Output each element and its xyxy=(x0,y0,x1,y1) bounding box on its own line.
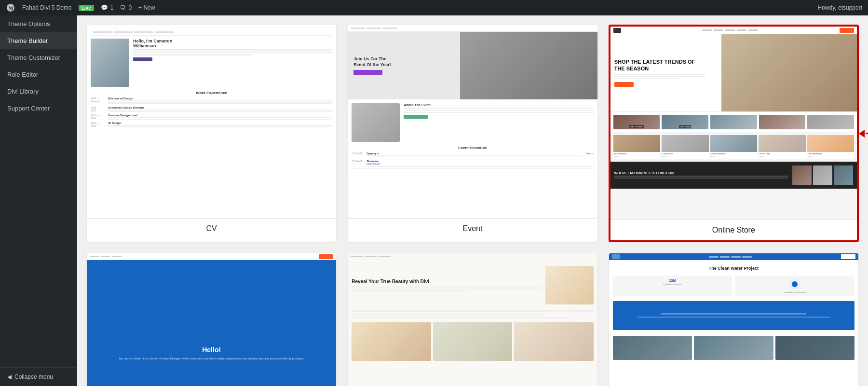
sidebar-item-role-editor[interactable]: Role Editor xyxy=(0,66,77,83)
sidebar-item-divi-library-label: Divi Library xyxy=(7,88,39,95)
event-sched-desc1 xyxy=(366,155,583,156)
store-cat-label-1: STAY CLASSIC xyxy=(629,125,644,128)
beauty-prod-img1 xyxy=(352,322,431,361)
water-nav-link3 xyxy=(731,256,741,258)
cv-nav-link3 xyxy=(155,31,174,33)
store-banner-img3 xyxy=(834,165,853,185)
theme-card-water[interactable]: The Clean Water Project 15M $ Raised For… xyxy=(609,253,858,386)
live-item[interactable]: Live xyxy=(79,5,94,11)
cv-work-date3: 2015 — 2018 xyxy=(91,114,105,120)
event-hero-text: Join Us For TheEvent Of the Year! xyxy=(348,51,473,80)
sidebar-item-theme-customizer-label: Theme Customizer xyxy=(7,54,60,61)
cv-preview-content: Hello, I'm CameronWilliamson Work Experi… xyxy=(87,25,336,218)
portfolio-nav-link3 xyxy=(112,256,122,257)
event-img2 xyxy=(352,103,400,142)
store-product-price-3: $59.00 xyxy=(710,156,757,159)
event-title: Join Us For TheEvent Of the Year! xyxy=(353,56,467,68)
cv-work-row4: 2012 — 2015 UI Design xyxy=(91,122,332,128)
admin-bar: Fahad Divi 5 Demo Live 💬 1 🗨 0 + New How… xyxy=(0,0,868,15)
cv-work-title: Work Experience xyxy=(91,91,332,95)
store-product-1: BLUE SNEAKERS $49.00 xyxy=(613,135,660,159)
cv-desc6 xyxy=(108,117,332,118)
store-cat-4 xyxy=(759,115,806,129)
cv-desc5 xyxy=(108,111,332,112)
store-product-2: CLEAR HEYES $29.00 xyxy=(662,135,708,159)
collapse-menu-button[interactable]: ◀ Collapse menu xyxy=(0,367,77,386)
new-item[interactable]: + New xyxy=(138,4,155,11)
sidebar-item-theme-options[interactable]: Theme Options xyxy=(0,15,77,32)
bubble-count-item[interactable]: 🗨 0 xyxy=(120,4,132,11)
cv-nav-link1 xyxy=(113,31,133,33)
water-stats: 15M $ Raised For the Sea Foundation and … xyxy=(609,274,858,298)
theme-card-event[interactable]: Join Us For TheEvent Of the Year! About … xyxy=(348,25,597,242)
collapse-menu-label: Collapse menu xyxy=(14,373,53,380)
collapse-icon: ◀ xyxy=(7,373,12,380)
water-nav-link4 xyxy=(742,256,752,258)
event-sched-time1: 10:00 AM xyxy=(352,152,364,156)
site-name-item[interactable]: Fahad Divi 5 Demo xyxy=(22,4,72,11)
sidebar-item-divi-library[interactable]: Divi Library xyxy=(0,83,77,100)
store-product-3: VINTAGE SNEAKERS $59.00 xyxy=(710,135,757,159)
theme-card-store-label: Online Store xyxy=(610,220,857,240)
store-hero-btn xyxy=(614,82,634,87)
portfolio-nav-btn xyxy=(319,254,333,259)
event-sched-desc2 xyxy=(366,166,593,167)
sidebar-item-theme-builder[interactable]: Theme Builder xyxy=(0,32,77,49)
store-product-img-1 xyxy=(613,135,660,152)
water-stat-label-1: $ Raised For the Sea xyxy=(615,283,731,286)
store-banner-line2 xyxy=(614,178,788,179)
event-nav-logo xyxy=(351,28,365,29)
water-stat-num-1: 15M xyxy=(615,278,731,283)
store-preview-content: SHOP THE LATEST TRENDS OF THE SEASON xyxy=(610,27,857,220)
event-nav-link1 xyxy=(366,28,381,29)
cv-name: Hello, I'm CameronWilliamson xyxy=(133,39,332,48)
theme-card-portfolio[interactable]: Hello! My name is Brian. I'm a Senior Pr… xyxy=(87,253,336,386)
sidebar-item-theme-customizer[interactable]: Theme Customizer xyxy=(0,49,77,66)
event-about-line1 xyxy=(404,108,593,109)
event-sched-time2: 10:30 AM xyxy=(352,160,364,167)
beauty-nav-link2 xyxy=(365,256,377,257)
sidebar-item-support-center[interactable]: Support Center xyxy=(0,100,77,117)
cv-info: Hello, I'm CameronWilliamson xyxy=(133,39,332,87)
cv-download-btn xyxy=(133,57,152,61)
portfolio-nav-links xyxy=(90,256,122,257)
beauty-nav-link1 xyxy=(351,256,363,257)
theme-card-cv[interactable]: Hello, I'm CameronWilliamson Work Experi… xyxy=(87,25,336,242)
store-product-img-5 xyxy=(807,135,854,152)
content-area: Hello, I'm CameronWilliamson Work Experi… xyxy=(77,15,868,386)
cv-desc3 xyxy=(108,103,332,104)
event-about: About The Event xyxy=(404,103,593,119)
store-banner-img2 xyxy=(813,165,832,185)
selected-card-wrapper: SHOP THE LATEST TRENDS OF THE SEASON xyxy=(609,25,858,242)
event-sched-price1: Free ↗ xyxy=(586,152,594,156)
event-about-line3 xyxy=(404,112,593,113)
store-product-img-3 xyxy=(710,135,757,152)
cv-work-date1: 2020 — Present xyxy=(91,97,105,105)
event-schedule: Event Schedule 10:00 AM Opening ↗ Free ↗ xyxy=(348,146,597,174)
comment-count-item[interactable]: 💬 1 xyxy=(101,4,114,11)
event-about-line2 xyxy=(404,110,593,111)
cv-line2 xyxy=(133,52,332,53)
theme-card-portfolio-preview: Hello! My name is Brian. I'm a Senior Pr… xyxy=(87,253,336,386)
theme-card-online-store[interactable]: SHOP THE LATEST TRENDS OF THE SEASON xyxy=(609,25,858,242)
theme-card-beauty-preview: Reveal Your True Beauty with Divi xyxy=(348,253,597,386)
water-nav-logo xyxy=(612,254,620,259)
sidebar-item-support-center-label: Support Center xyxy=(7,105,50,112)
event-hero-photo xyxy=(460,32,597,99)
bubble-icon: 🗨 xyxy=(120,4,126,11)
theme-card-beauty[interactable]: Reveal Your True Beauty with Divi xyxy=(348,253,597,386)
wp-logo-icon xyxy=(6,3,15,13)
howdy-text: Howdy, etsupport xyxy=(818,4,863,11)
store-product-name-2: CLEAR HEYES xyxy=(662,152,708,156)
cv-line1 xyxy=(133,49,332,51)
cv-nav-link2 xyxy=(134,31,153,33)
event-cta-btn xyxy=(353,70,382,75)
water-stat-label-2: Foundation and Research xyxy=(737,291,853,293)
event-nav xyxy=(348,25,597,32)
store-nav-link3 xyxy=(725,29,735,31)
store-product-5: HELD HEADPHONES $129.00 xyxy=(807,135,854,159)
wp-logo-item[interactable] xyxy=(6,3,15,13)
beauty-line2 xyxy=(352,289,541,290)
cv-work-content3: Creative Design Lead xyxy=(108,114,332,120)
bubble-count: 0 xyxy=(128,4,132,11)
